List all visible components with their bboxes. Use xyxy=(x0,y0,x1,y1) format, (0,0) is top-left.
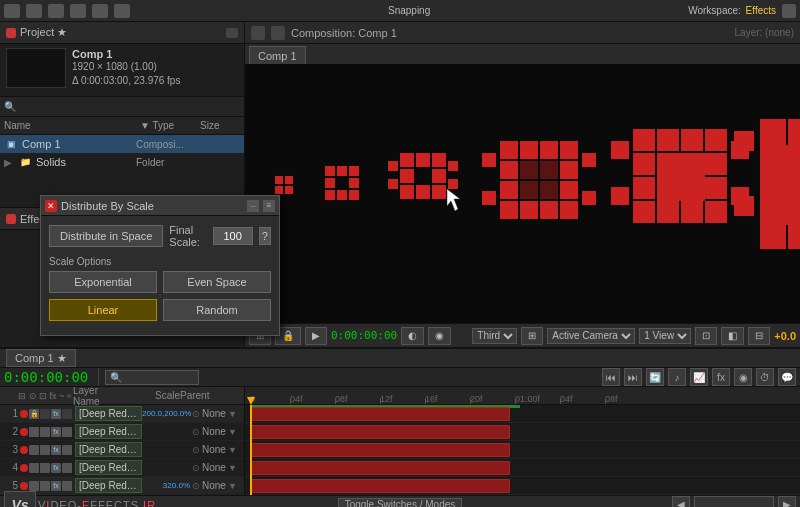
tl-search-input[interactable] xyxy=(124,372,194,383)
layer-visibility-5[interactable] xyxy=(20,482,28,490)
layer-name-1[interactable]: [Deep Red Solid 2] xyxy=(75,406,142,421)
project-search-input[interactable] xyxy=(20,101,240,112)
layer-solo-3[interactable] xyxy=(40,445,50,455)
tl-fx-btn[interactable]: fx xyxy=(712,368,730,386)
vbb-color-btn[interactable]: ◉ xyxy=(428,327,451,345)
dialog-help-btn[interactable]: ? xyxy=(259,227,271,245)
vbb-region-btn[interactable]: ⊟ xyxy=(748,327,770,345)
layer-visibility-2[interactable] xyxy=(20,428,28,436)
tl-scroll-right[interactable]: ▶ xyxy=(778,496,796,508)
layer-3d-4[interactable] xyxy=(62,463,72,473)
layer-visibility-4[interactable] xyxy=(20,464,28,472)
timeline-playhead[interactable] xyxy=(250,405,252,495)
layer-3d-3[interactable] xyxy=(62,445,72,455)
svg-rect-35 xyxy=(560,201,578,219)
parent-dropdown-4[interactable]: ▼ xyxy=(228,463,237,473)
linear-btn[interactable]: Linear xyxy=(49,299,157,321)
layer-fx-3[interactable]: fx xyxy=(51,445,61,455)
vbb-alpha-btn[interactable]: ◧ xyxy=(721,327,744,345)
layer-fx-1[interactable]: fx xyxy=(51,409,61,419)
layer-solo-5[interactable] xyxy=(40,481,50,491)
tool-icon-6[interactable] xyxy=(114,4,130,18)
tl-graph-btn[interactable]: 📈 xyxy=(690,368,708,386)
tl-comment-btn[interactable]: 💬 xyxy=(778,368,796,386)
tool-icon-4[interactable] xyxy=(70,4,86,18)
layer-solo-4[interactable] xyxy=(40,463,50,473)
viewer-lock-icon[interactable] xyxy=(251,26,265,40)
layer-solo-2[interactable] xyxy=(40,427,50,437)
parent-dropdown-3[interactable]: ▼ xyxy=(228,445,237,455)
parent-dropdown-5[interactable]: ▼ xyxy=(228,481,237,491)
layer-name-4[interactable]: [Deep Red Solid 2] xyxy=(75,460,142,475)
table-row[interactable]: 2 fx [Deep Red Solid 2] ⊙ None ▼ xyxy=(0,423,244,441)
layer-3d-1[interactable] xyxy=(62,409,72,419)
project-item-comp1[interactable]: ▣ Comp 1 Composi... xyxy=(0,135,244,153)
layer-lock-1[interactable]: 🔒 xyxy=(29,409,39,419)
distribute-in-space-btn[interactable]: Distribute in Space xyxy=(49,225,163,247)
track-bar-2[interactable] xyxy=(250,425,510,439)
svg-rect-19 xyxy=(432,185,446,199)
vbb-zoom-btn[interactable]: ◐ xyxy=(401,327,424,345)
project-panel-close[interactable] xyxy=(6,28,16,38)
final-scale-input[interactable] xyxy=(213,227,253,245)
tl-audio-btn[interactable]: ♪ xyxy=(668,368,686,386)
tl-scrollbar[interactable] xyxy=(694,496,774,508)
track-bar-1[interactable] xyxy=(250,407,510,421)
tl-prev-btn[interactable]: ⏮ xyxy=(602,368,620,386)
track-bar-5[interactable] xyxy=(250,479,510,493)
random-btn[interactable]: Random xyxy=(163,299,271,321)
viewer-menu-icon[interactable] xyxy=(271,26,285,40)
effect-controls-close[interactable] xyxy=(6,214,16,224)
project-item-solids[interactable]: ▶ 📁 Solids Folder xyxy=(0,153,244,171)
timeline-tab[interactable]: Comp 1 ★ xyxy=(6,349,76,367)
vbb-view-select[interactable]: 1 View xyxy=(639,328,691,344)
workspace-icon[interactable] xyxy=(782,4,796,18)
dialog-close-btn[interactable]: ✕ xyxy=(45,200,57,212)
tool-icon-1[interactable] xyxy=(4,4,20,18)
vbb-camera-select[interactable]: Active Camera xyxy=(547,328,635,344)
project-panel-menu[interactable] xyxy=(226,28,238,38)
layer-visibility-1[interactable] xyxy=(20,410,28,418)
table-row[interactable]: 1 🔒 fx [Deep Red Solid 2] 200.0,200.0% ⊙… xyxy=(0,405,244,423)
tl-scroll-left[interactable]: ◀ xyxy=(672,496,690,508)
layer-3d-2[interactable] xyxy=(62,427,72,437)
layer-lock-3[interactable] xyxy=(29,445,39,455)
even-space-btn[interactable]: Even Space xyxy=(163,271,271,293)
watermark-area: Vs Video-Effects.IR xyxy=(4,491,265,508)
tl-next-btn[interactable]: ⏭ xyxy=(624,368,642,386)
tool-icon-5[interactable] xyxy=(92,4,108,18)
dialog-minimize-btn[interactable]: – xyxy=(247,200,259,212)
layer-fx-4[interactable]: fx xyxy=(51,463,61,473)
layer-lock-4[interactable] xyxy=(29,463,39,473)
toggle-switches-modes-btn[interactable]: Toggle Switches / Modes xyxy=(338,498,463,508)
table-row[interactable]: 3 fx [Deep Red Solid 2] ⊙ None ▼ xyxy=(0,441,244,459)
tl-loop-btn[interactable]: 🔄 xyxy=(646,368,664,386)
layer-3d-5[interactable] xyxy=(62,481,72,491)
layer-name-2[interactable]: [Deep Red Solid 2] xyxy=(75,424,142,439)
dialog-titlebar[interactable]: ✕ Distribute By Scale – ≡ xyxy=(41,196,279,216)
tool-icon-2[interactable] xyxy=(26,4,42,18)
exponential-btn[interactable]: Exponential xyxy=(49,271,157,293)
tool-icon-3[interactable] xyxy=(48,4,64,18)
dialog-panel-menu[interactable]: ≡ xyxy=(263,200,275,212)
comp-tab[interactable]: Comp 1 xyxy=(249,46,306,64)
tl-stopwatch-btn[interactable]: ⏱ xyxy=(756,368,774,386)
layer-solo-1[interactable] xyxy=(40,409,50,419)
track-bar-4[interactable] xyxy=(250,461,510,475)
vbb-third-select[interactable]: Third xyxy=(472,328,517,344)
parent-dropdown-2[interactable]: ▼ xyxy=(228,427,237,437)
table-row[interactable]: 4 fx [Deep Red Solid 2] ⊙ None ▼ xyxy=(0,459,244,477)
svg-rect-8 xyxy=(349,178,359,188)
vbb-grid-btn[interactable]: ⊞ xyxy=(521,327,543,345)
tl-solo-btn[interactable]: ◉ xyxy=(734,368,752,386)
vbb-render-btn[interactable]: ⊡ xyxy=(695,327,717,345)
layer-fx-5[interactable]: fx xyxy=(51,481,61,491)
vbb-play-btn[interactable]: ▶ xyxy=(305,327,327,345)
layer-name-3[interactable]: [Deep Red Solid 2] xyxy=(75,442,142,457)
layer-lock-2[interactable] xyxy=(29,427,39,437)
layer-fx-2[interactable]: fx xyxy=(51,427,61,437)
layer-visibility-3[interactable] xyxy=(20,446,28,454)
layer-lock-5[interactable] xyxy=(29,481,39,491)
parent-dropdown-1[interactable]: ▼ xyxy=(228,409,237,419)
track-bar-3[interactable] xyxy=(250,443,510,457)
